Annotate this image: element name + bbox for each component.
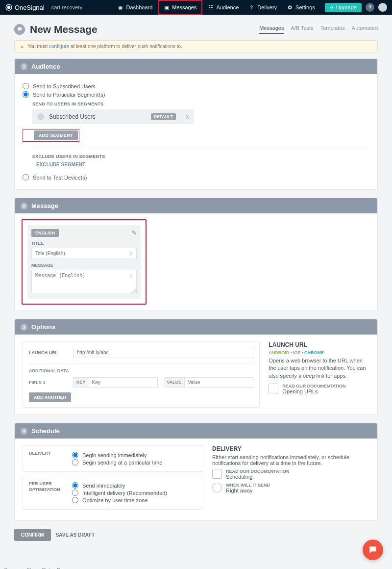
segment-chip: Subscribed Users DEFAULT X <box>32 109 194 124</box>
document-icon <box>269 384 278 393</box>
field-1-label: FIELD 1 <box>29 380 67 385</box>
value-input-group: VALUE <box>164 377 254 388</box>
doc-link-scheduling[interactable]: Scheduling <box>226 474 289 480</box>
document-icon <box>212 469 222 479</box>
tab-ab-tests[interactable]: A/B Tests <box>291 25 313 34</box>
step-number: 1 <box>21 63 27 70</box>
edit-language-button[interactable]: ✎ <box>132 230 137 236</box>
brand-name: OneSignal <box>15 4 45 11</box>
help-title: LAUNCH URL <box>269 341 369 348</box>
options-panel: 3 Options LAUNCH URL ADDITIONAL DATA FIE… <box>14 319 378 415</box>
radio-user-timezone[interactable]: Optimize by user time zone <box>72 497 197 503</box>
step-number: 2 <box>21 203 27 209</box>
subnav-tabs: Messages A/B Tests Templates Automated <box>259 25 378 34</box>
page-title: New Message <box>30 24 98 35</box>
default-badge: DEFAULT <box>151 113 176 120</box>
save-draft-button[interactable]: SAVE AS DRAFT <box>56 529 95 541</box>
options-panel-header: 3 Options <box>15 319 377 335</box>
segment-icon <box>37 113 44 120</box>
radio-per-user-immediate[interactable]: Send immediately <box>72 482 197 489</box>
clock-icon <box>212 483 222 492</box>
message-editor: ENGLISH ✎ TITLE ☺ MESSAGE ☺ <box>27 225 141 299</box>
main-nav: ◉Dashboard ▣Messages ☷Audience ⇪Delivery… <box>113 0 387 15</box>
radio-send-immediately[interactable]: Begin sending immediately <box>72 452 197 458</box>
people-icon: ☷ <box>208 4 214 10</box>
nav-messages[interactable]: ▣Messages <box>158 0 202 15</box>
nav-dashboard[interactable]: ◉Dashboard <box>113 0 157 15</box>
tab-automated[interactable]: Automated <box>352 25 378 34</box>
configure-link[interactable]: configure <box>49 44 69 49</box>
chart-icon: ⇪ <box>249 4 255 10</box>
nav-delivery[interactable]: ⇪Delivery <box>245 0 282 15</box>
radio-send-particular-time[interactable]: Begin sending at a particular time <box>72 459 197 466</box>
delivery-label: DELIVERY <box>29 451 64 466</box>
per-user-label: PER-USER OPTIMIZATION <box>29 481 64 504</box>
gear-icon: ✿ <box>288 4 294 10</box>
brand-logo[interactable]: OneSignal <box>5 3 45 11</box>
schedule-help: DELIVERY Either start sending notificati… <box>212 445 369 514</box>
action-buttons: CONFIRM SAVE AS DRAFT <box>14 529 378 541</box>
send-segments-label: SEND TO USERS IN SEGMENTS <box>32 102 369 106</box>
exclude-segment-link[interactable]: EXCLUDE SEGMENT <box>36 162 369 167</box>
step-number: 4 <box>21 428 27 435</box>
user-avatar[interactable] <box>378 3 387 12</box>
nav-settings[interactable]: ✿Settings <box>283 0 320 15</box>
tab-templates[interactable]: Templates <box>320 25 345 34</box>
radio-subscribed-users[interactable]: Send to Subscribed Users <box>23 83 369 89</box>
rocket-icon: ✈ <box>330 4 334 11</box>
message-bubble-icon <box>14 24 25 35</box>
config-warning-alert: ▲ You must configure at least one platfo… <box>14 40 378 52</box>
svg-point-1 <box>7 6 10 8</box>
options-help: LAUNCH URL ANDROID · IOS · CHROME Opens … <box>269 341 369 408</box>
schedule-panel: 4 Schedule DELIVERY Begin sending immedi… <box>14 423 378 521</box>
radio-test-devices[interactable]: Send to Test Device(s) <box>23 174 369 181</box>
warning-icon: ▲ <box>20 44 24 49</box>
chat-icon: ▣ <box>164 4 170 10</box>
topbar: OneSignal cart recovery ◉Dashboard ▣Mess… <box>0 0 392 15</box>
radio-particular-segments[interactable]: Send to Particular Segment(s) <box>23 91 369 98</box>
key-input[interactable] <box>89 378 157 387</box>
step-number: 3 <box>21 324 27 331</box>
add-another-button[interactable]: ADD ANOTHER <box>29 392 71 402</box>
page-header: New Message Messages A/B Tests Templates… <box>14 20 378 40</box>
upgrade-button[interactable]: ✈Upgrade <box>325 3 362 12</box>
schedule-panel-header: 4 Schedule <box>15 423 377 439</box>
add-segment-highlight: ADD SEGMENT <box>23 129 79 142</box>
when-will-send-value: Right away <box>226 488 270 493</box>
onesignal-icon <box>5 3 13 11</box>
message-label: MESSAGE <box>31 263 137 268</box>
message-editor-highlight: ENGLISH ✎ TITLE ☺ MESSAGE ☺ <box>22 219 147 305</box>
value-input[interactable] <box>185 378 253 387</box>
launch-url-input[interactable] <box>73 347 253 358</box>
remove-segment-button[interactable]: X <box>186 114 189 120</box>
nav-audience[interactable]: ☷Audience <box>203 0 244 15</box>
doc-link-opening-urls[interactable]: Opening URLs <box>282 388 345 394</box>
options-form: LAUNCH URL ADDITIONAL DATA FIELD 1 KEY <box>23 341 260 408</box>
message-panel-header: 2 Message <box>15 198 377 213</box>
intercom-launcher[interactable] <box>363 540 383 560</box>
app-name[interactable]: cart recovery <box>51 4 83 10</box>
gauge-icon: ◉ <box>118 4 124 10</box>
segment-name: Subscribed Users <box>49 113 96 120</box>
title-label: TITLE <box>31 241 137 246</box>
audience-panel-header: 1 Audience <box>15 59 377 74</box>
emoji-icon[interactable]: ☺ <box>128 272 134 279</box>
emoji-icon[interactable]: ☺ <box>128 250 134 257</box>
intercom-icon <box>368 545 378 555</box>
exclude-segments-label: EXCLUDE USERS IN SEGMENTS <box>32 154 369 159</box>
per-user-box: PER-USER OPTIMIZATION Send immediately I… <box>23 476 203 510</box>
confirm-button[interactable]: CONFIRM <box>14 529 51 541</box>
message-textarea[interactable] <box>31 270 137 293</box>
help-title: DELIVERY <box>212 445 369 452</box>
audience-panel: 1 Audience Send to Subscribed Users Send… <box>14 58 378 190</box>
add-segment-button[interactable]: ADD SEGMENT <box>34 130 78 140</box>
launch-url-label: LAUNCH URL <box>29 350 67 355</box>
key-input-group: KEY <box>73 377 158 388</box>
radio-intelligent-delivery[interactable]: Intelligent delivery (Recommended) <box>72 490 197 496</box>
tab-messages[interactable]: Messages <box>259 25 284 34</box>
language-badge[interactable]: ENGLISH <box>31 229 59 237</box>
title-input[interactable] <box>31 248 137 259</box>
divider <box>32 149 369 149</box>
help-button[interactable]: ? <box>366 3 374 12</box>
message-panel: 2 Message ENGLISH ✎ TITLE ☺ MESSAGE <box>14 198 378 311</box>
